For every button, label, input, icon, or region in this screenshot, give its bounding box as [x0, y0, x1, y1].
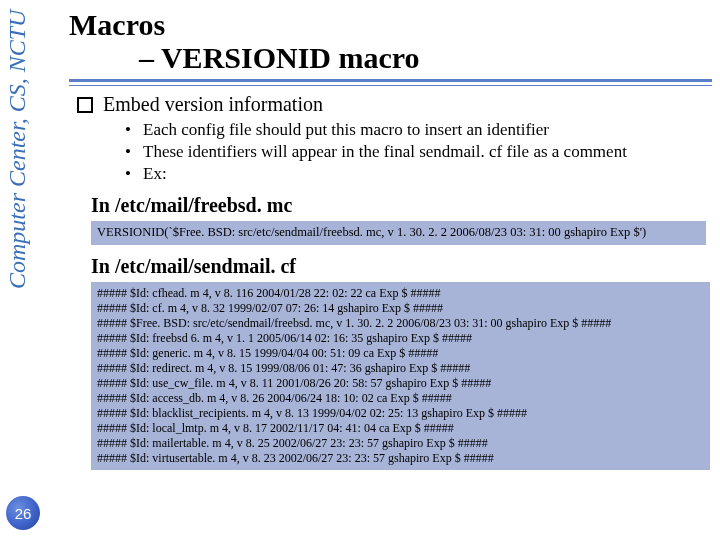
codebox-cf: ##### $Id: cfhead. m 4, v 8. 116 2004/01…: [91, 282, 710, 470]
code-line: ##### $Id: freebsd 6. m 4, v 1. 1 2005/0…: [97, 331, 704, 346]
sub-bullet: Ex:: [125, 164, 712, 184]
code-line: ##### $Id: use_cw_file. m 4, v 8. 11 200…: [97, 376, 704, 391]
code-line: ##### $Id: redirect. m 4, v 8. 15 1999/0…: [97, 361, 704, 376]
sidebar-label: Computer Center, CS, NCTU: [0, 10, 40, 430]
codebox-mc: VERSIONID(`$Free. BSD: src/etc/sendmail/…: [91, 221, 706, 245]
sub-bullets: Each config file should put this macro t…: [125, 120, 712, 184]
code-line: ##### $Id: local_lmtp. m 4, v 8. 17 2002…: [97, 421, 704, 436]
bullet-level1: Embed version information: [77, 93, 712, 116]
slide-title: Macros: [69, 8, 712, 41]
slide-root: Computer Center, CS, NCTU 26 Macros – VE…: [0, 0, 720, 540]
sub-bullet: Each config file should put this macro t…: [125, 120, 712, 140]
slide-subtitle: – VERSIONID macro: [139, 41, 712, 75]
heading-mc: In /etc/mail/freebsd. mc: [91, 194, 712, 217]
page-number: 26: [15, 505, 32, 522]
code-line: VERSIONID(`$Free. BSD: src/etc/sendmail/…: [97, 225, 700, 241]
slide-content: Macros – VERSIONID macro Embed version i…: [55, 0, 718, 540]
sub-bullet: These identifiers will appear in the fin…: [125, 142, 712, 162]
code-line: ##### $Id: generic. m 4, v 8. 15 1999/04…: [97, 346, 704, 361]
code-line: ##### $Id: virtusertable. m 4, v 8. 23 2…: [97, 451, 704, 466]
code-line: ##### $Id: access_db. m 4, v 8. 26 2004/…: [97, 391, 704, 406]
bullet-text: Embed version information: [103, 93, 323, 116]
code-line: ##### $Free. BSD: src/etc/sendmail/freeb…: [97, 316, 704, 331]
code-line: ##### $Id: blacklist_recipients. m 4, v …: [97, 406, 704, 421]
code-line: ##### $Id: mailertable. m 4, v 8. 25 200…: [97, 436, 704, 451]
page-number-badge: 26: [6, 496, 40, 530]
code-line: ##### $Id: cfhead. m 4, v 8. 116 2004/01…: [97, 286, 704, 301]
square-bullet-icon: [77, 97, 93, 113]
code-line: ##### $Id: cf. m 4, v 8. 32 1999/02/07 0…: [97, 301, 704, 316]
heading-cf: In /etc/mail/sendmail. cf: [91, 255, 712, 278]
